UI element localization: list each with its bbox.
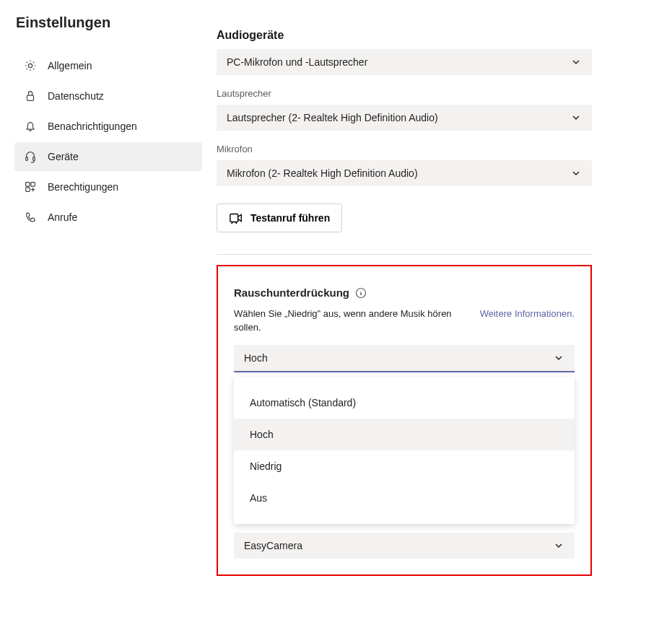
microphone-label: Mikrofon [217, 144, 592, 154]
headset-icon [23, 149, 38, 164]
sidebar-item-general[interactable]: Allgemein [14, 51, 202, 80]
svg-rect-2 [26, 157, 28, 161]
svg-rect-5 [31, 183, 35, 186]
sidebar-item-privacy[interactable]: Datenschutz [14, 82, 202, 110]
svg-rect-6 [26, 188, 30, 191]
noise-option-low[interactable]: Niedrig [234, 450, 575, 482]
svg-rect-4 [26, 183, 30, 186]
chevron-down-icon [570, 56, 582, 68]
noise-option-high[interactable]: Hoch [234, 419, 575, 450]
noise-option-off[interactable]: Aus [234, 482, 575, 514]
svg-rect-7 [230, 214, 238, 222]
select-value: Hoch [244, 352, 268, 364]
select-value: PC-Mikrofon und -Lautsprecher [227, 56, 367, 68]
audio-devices-title: Audiogeräte [217, 29, 592, 42]
gear-icon [23, 58, 38, 73]
noise-level-select[interactable]: Hoch [234, 345, 575, 372]
sidebar-item-label: Datenschutz [48, 90, 104, 102]
section-divider [217, 254, 592, 255]
sidebar-item-calls[interactable]: Anrufe [14, 203, 202, 232]
bell-icon [23, 119, 38, 134]
camera-select[interactable]: EasyCamera [234, 533, 575, 559]
select-value: EasyCamera [244, 540, 302, 551]
speaker-select[interactable]: Lautsprecher (2- Realtek High Definition… [217, 105, 592, 131]
select-value: Mikrofon (2- Realtek High Definition Aud… [227, 167, 418, 179]
svg-rect-3 [33, 157, 35, 161]
lock-icon [23, 89, 38, 103]
speaker-label: Lautsprecher [217, 88, 592, 99]
noise-level-dropdown: Automatisch (Standard) Hoch Niedrig Aus [234, 377, 575, 524]
svg-rect-1 [27, 95, 34, 100]
apps-icon [23, 180, 38, 194]
chevron-down-icon [553, 540, 564, 551]
sidebar-item-label: Berechtigungen [48, 181, 118, 193]
button-label: Testanruf führen [250, 212, 330, 224]
sidebar-item-label: Allgemein [48, 60, 92, 71]
microphone-select[interactable]: Mikrofon (2- Realtek High Definition Aud… [217, 160, 592, 186]
noise-suppression-title: Rauschunterdrückung [234, 287, 349, 299]
sidebar-item-label: Geräte [48, 151, 79, 162]
sidebar-item-permissions[interactable]: Berechtigungen [14, 172, 202, 201]
noise-description: Wählen Sie „Niedrig" aus, wenn andere Mu… [234, 307, 480, 335]
chevron-down-icon [553, 352, 564, 364]
test-call-icon [229, 211, 243, 224]
noise-suppression-section: Rauschunterdrückung Wählen Sie „Niedrig"… [217, 265, 592, 576]
noise-option-auto[interactable]: Automatisch (Standard) [234, 387, 575, 419]
phone-icon [23, 210, 38, 224]
select-value: Lautsprecher (2- Realtek High Definition… [227, 112, 438, 123]
audio-device-select[interactable]: PC-Mikrofon und -Lautsprecher [217, 49, 592, 75]
page-title: Einstellungen [14, 14, 202, 31]
sidebar-item-notifications[interactable]: Benachrichtigungen [14, 112, 202, 141]
sidebar-item-label: Anrufe [48, 211, 77, 223]
chevron-down-icon [570, 167, 582, 179]
info-icon[interactable] [355, 287, 367, 299]
more-info-link[interactable]: Weitere Informationen. [480, 307, 575, 321]
sidebar-item-label: Benachrichtigungen [48, 121, 137, 132]
svg-point-0 [28, 64, 32, 67]
sidebar-item-devices[interactable]: Geräte [14, 142, 202, 171]
chevron-down-icon [570, 112, 582, 123]
sidebar-nav: Allgemein Datenschutz Benachrichtigungen… [14, 51, 202, 232]
test-call-button[interactable]: Testanruf führen [217, 204, 342, 232]
